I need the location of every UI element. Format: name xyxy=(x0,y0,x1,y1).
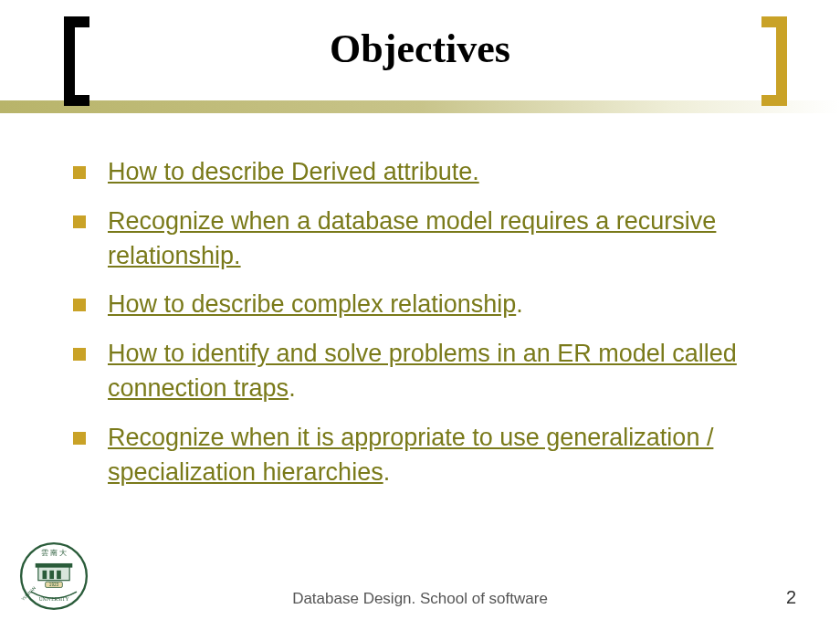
svg-rect-4 xyxy=(43,571,47,579)
list-item: Recognize when it is appropriate to use … xyxy=(73,421,776,490)
objective-link[interactable]: How to describe Derived attribute. xyxy=(108,158,479,185)
slide-header: Objectives xyxy=(0,0,840,119)
svg-rect-6 xyxy=(57,571,61,579)
trailing-punct: . xyxy=(289,374,296,402)
page-number: 2 xyxy=(786,587,796,608)
objective-link[interactable]: Recognize when it is appropriate to use … xyxy=(108,424,713,486)
footer-text: Database Design. School of software xyxy=(0,590,840,608)
slide-footer: 雲 南 大 1923 UNIVERSITY YUNNAN Database De… xyxy=(0,568,840,614)
slide-title: Objectives xyxy=(0,26,840,72)
trailing-punct: . xyxy=(516,290,523,318)
objective-link[interactable]: Recognize when a database model requires… xyxy=(108,207,716,269)
objective-link[interactable]: How to identify and solve problems in an… xyxy=(108,340,737,402)
slide-content: How to describe Derived attribute. Recog… xyxy=(0,119,840,489)
list-item: How to describe Derived attribute. xyxy=(73,155,776,190)
list-item: How to describe complex relationship. xyxy=(73,288,776,322)
objective-link[interactable]: How to describe complex relationship xyxy=(108,290,516,318)
list-item: How to identify and solve problems in an… xyxy=(73,337,776,406)
objectives-list: How to describe Derived attribute. Recog… xyxy=(73,155,776,489)
svg-rect-3 xyxy=(36,563,73,568)
svg-text:1923: 1923 xyxy=(49,583,59,587)
header-underline xyxy=(0,100,840,113)
svg-rect-5 xyxy=(49,571,54,579)
trailing-punct: . xyxy=(383,458,391,486)
list-item: Recognize when a database model requires… xyxy=(73,205,776,274)
svg-text:雲 南 大: 雲 南 大 xyxy=(41,549,67,557)
